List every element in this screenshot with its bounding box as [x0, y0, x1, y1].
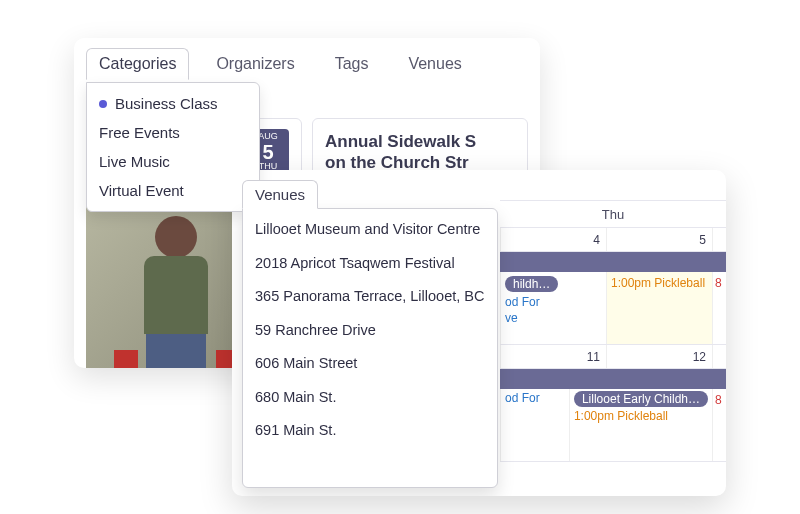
calendar-allday-band	[500, 252, 726, 272]
calendar-event: 8	[715, 276, 724, 290]
hero-figure-lower	[146, 328, 206, 368]
event-chip[interactable]: hildh…	[505, 276, 558, 292]
tab-tags[interactable]: Tags	[322, 48, 382, 80]
category-dot-icon	[99, 100, 107, 108]
calendar-row: hildh… od For ve 1:00pm Pickleball 8	[500, 272, 726, 345]
event-text: ve	[505, 311, 518, 325]
category-label: Free Events	[99, 124, 180, 141]
shopping-bag-icon	[114, 350, 138, 368]
category-item-free-events[interactable]: Free Events	[87, 118, 259, 147]
tab-organizers[interactable]: Organizers	[203, 48, 307, 80]
calendar-col-edge	[712, 228, 726, 251]
calendar-cell-edge: 8	[712, 272, 726, 344]
event-title: Annual Sidewalk S on the Church Str	[325, 131, 476, 174]
calendar-event[interactable]: od For ve	[505, 295, 602, 326]
calendar-allday-band	[500, 369, 726, 389]
calendar-cell[interactable]: Lillooet Early Childh… 1:00pm Pickleball	[569, 389, 712, 461]
calendar-cell[interactable]: hildh… od For ve	[500, 272, 606, 344]
venue-item[interactable]: 2018 Apricot Tsaqwem Festival	[243, 247, 497, 281]
calendar-event[interactable]: od For	[505, 391, 565, 407]
calendar-col-blank	[500, 201, 575, 227]
calendar-col-blank	[651, 201, 726, 227]
calendar-daynum-12[interactable]: 12	[606, 345, 712, 368]
category-label: Virtual Event	[99, 182, 184, 199]
calendar-daynum-11[interactable]: 11	[500, 345, 606, 368]
calendar-weekday-header: Thu	[500, 200, 726, 228]
event-title-line1: Annual Sidewalk S	[325, 132, 476, 151]
filter-tabs: Categories Organizers Tags Venues	[74, 38, 540, 80]
category-item-virtual-event[interactable]: Virtual Event	[87, 176, 259, 205]
venue-item[interactable]: Lillooet Museum and Visitor Centre	[243, 213, 497, 247]
event-text: od For	[505, 295, 540, 309]
calendar-event[interactable]: 1:00pm Pickleball	[611, 276, 708, 290]
category-item-business-class[interactable]: Business Class	[87, 89, 259, 118]
venue-item[interactable]: 59 Ranchree Drive	[243, 314, 497, 348]
venue-item[interactable]: 680 Main St.	[243, 381, 497, 415]
tab-categories[interactable]: Categories	[86, 48, 189, 80]
calendar-weekday-thu: Thu	[575, 201, 650, 227]
calendar-daynum-4[interactable]: 4	[500, 228, 606, 251]
category-label: Live Music	[99, 153, 170, 170]
venues-dropdown: Lillooet Museum and Visitor Centre 2018 …	[242, 208, 498, 488]
category-item-live-music[interactable]: Live Music	[87, 147, 259, 176]
calendar-event[interactable]: 1:00pm Pickleball	[574, 409, 708, 423]
calendar-daynum-row: 4 5	[500, 228, 726, 252]
calendar-event: 8	[715, 393, 724, 407]
calendar-col-edge	[712, 345, 726, 368]
calendar-daynum-5[interactable]: 5	[606, 228, 712, 251]
tab-venues-active[interactable]: Venues	[242, 180, 318, 209]
calendar-cell-edge: 8	[712, 389, 726, 461]
calendar-fragment: Thu 4 5 hildh… od For ve 1:00pm Pickleba…	[500, 200, 726, 496]
calendar-cell[interactable]: od For	[500, 389, 569, 461]
calendar-daynum-row: 11 12	[500, 345, 726, 369]
calendar-row: od For Lillooet Early Childh… 1:00pm Pic…	[500, 389, 726, 462]
event-chip[interactable]: Lillooet Early Childh…	[574, 391, 708, 407]
category-label: Business Class	[115, 95, 218, 112]
categories-dropdown: Business Class Free Events Live Music Vi…	[86, 82, 260, 212]
venue-item[interactable]: 691 Main St.	[243, 414, 497, 448]
venue-item[interactable]: 365 Panorama Terrace, Lillooet, BC	[243, 280, 497, 314]
tab-venues[interactable]: Venues	[395, 48, 474, 80]
venue-item[interactable]: 606 Main Street	[243, 347, 497, 381]
calendar-cell-today[interactable]: 1:00pm Pickleball	[606, 272, 712, 344]
venues-calendar-card: Venues Lillooet Museum and Visitor Centr…	[232, 170, 726, 496]
